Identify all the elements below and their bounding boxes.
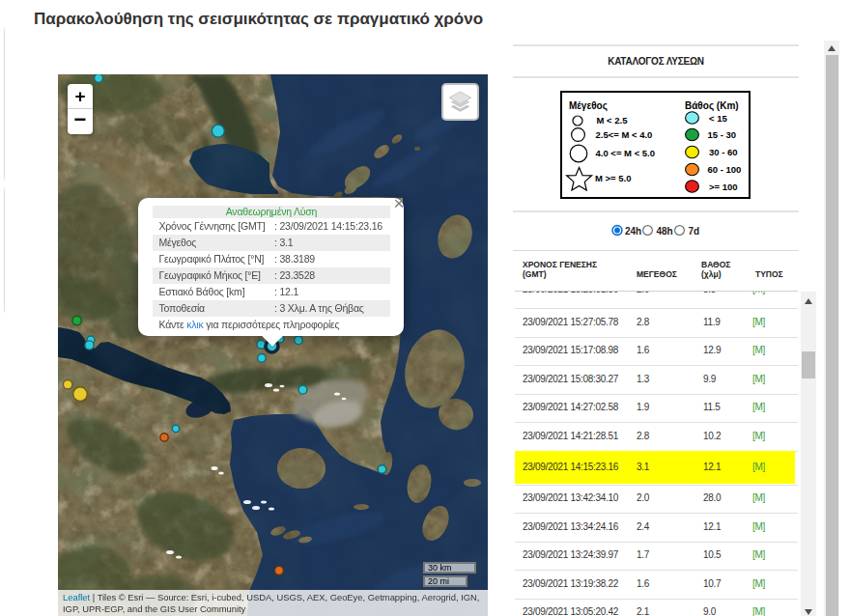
svg-text:48h: 48h [657,226,673,237]
svg-text:30 - 60: 30 - 60 [709,147,738,157]
svg-text:< 15: < 15 [709,113,727,124]
svg-text:60 - 100: 60 - 100 [708,164,742,175]
svg-text:M >= 5.0: M >= 5.0 [595,173,632,183]
svg-text:2.5<= M < 4.0: 2.5<= M < 4.0 [596,129,653,140]
svg-text:24h: 24h [625,226,641,237]
svg-text:4.0 <= M < 5.0: 4.0 <= M < 5.0 [596,148,656,158]
svg-text:>= 100: >= 100 [709,182,738,192]
svg-text:Βάθος (Km): Βάθος (Km) [685,100,739,112]
svg-text:M < 2.5: M < 2.5 [597,115,629,126]
svg-text:7d: 7d [689,226,700,237]
svg-text:15 - 30: 15 - 30 [708,129,737,140]
svg-text:Μέγεθος: Μέγεθος [569,100,608,112]
